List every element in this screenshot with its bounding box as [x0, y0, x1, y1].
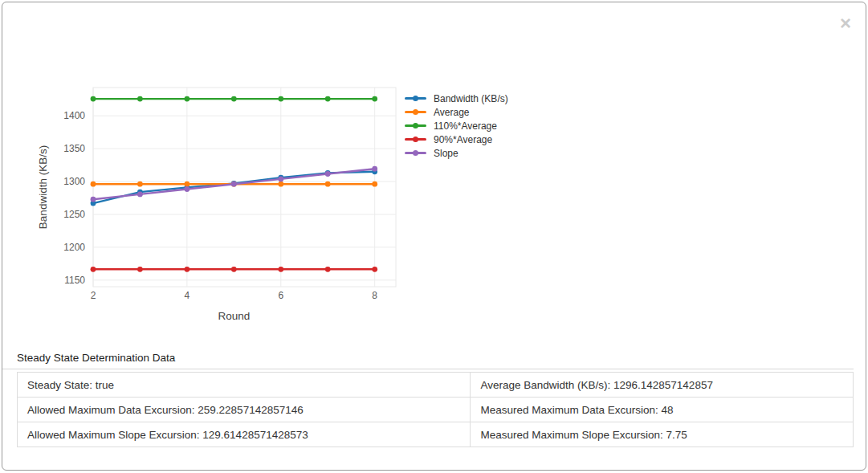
- svg-text:2: 2: [91, 290, 96, 301]
- legend-line-icon: [405, 138, 426, 141]
- legend-label: 90%*Average: [434, 134, 492, 145]
- svg-text:1400: 1400: [63, 110, 85, 121]
- bandwidth-round-plot[interactable]: 1150120012501300135014002468RoundBandwid…: [2, 2, 564, 348]
- svg-text:1350: 1350: [63, 143, 85, 154]
- table-row: Allowed Maximum Slope Excursion: 129.614…: [18, 422, 854, 447]
- svg-text:Round: Round: [218, 310, 250, 322]
- steady-state-dialog: × 1150120012501300135014002468RoundBandw…: [2, 2, 866, 471]
- legend-label: Average: [434, 107, 469, 118]
- svg-text:1150: 1150: [64, 275, 85, 286]
- svg-text:1250: 1250: [63, 209, 85, 220]
- svg-text:8: 8: [372, 290, 377, 301]
- steady-state-chart: 1150120012501300135014002468RoundBandwid…: [2, 2, 564, 348]
- legend-label: 110%*Average: [434, 120, 497, 132]
- section-title: Steady State Determination Data: [17, 352, 175, 364]
- steady-state-section: Steady State Determination Data Steady S…: [2, 350, 854, 447]
- table-cell-measured-data-excursion: Measured Maximum Data Excursion: 48: [471, 398, 854, 422]
- legend-item[interactable]: Average: [405, 105, 508, 119]
- table-cell-steady-state: Steady State: true: [18, 373, 471, 398]
- table-cell-allowed-data-excursion: Allowed Maximum Data Excursion: 259.2285…: [18, 398, 471, 422]
- legend-label: Slope: [434, 148, 458, 159]
- legend-item[interactable]: 90%*Average: [405, 133, 508, 146]
- legend-item[interactable]: Slope: [405, 146, 508, 160]
- legend-label: Bandwidth (KB/s): [434, 93, 508, 104]
- legend-line-icon: [405, 97, 426, 100]
- svg-text:1200: 1200: [63, 242, 85, 253]
- table-cell-average-bandwidth: Average Bandwidth (KB/s): 1296.142857142…: [471, 373, 854, 398]
- legend-line-icon: [405, 111, 426, 113]
- legend-dot-icon: [413, 123, 418, 128]
- legend-dot-icon: [413, 150, 418, 156]
- table-row: Allowed Maximum Data Excursion: 259.2285…: [18, 398, 854, 422]
- legend-dot-icon: [413, 96, 418, 101]
- close-icon[interactable]: ×: [840, 14, 851, 33]
- legend-item[interactable]: Bandwidth (KB/s): [405, 92, 508, 105]
- chart-legend: Bandwidth (KB/s)Average110%*Average90%*A…: [405, 92, 508, 160]
- table-cell-measured-slope-excursion: Measured Maximum Slope Excursion: 7.75: [471, 422, 854, 447]
- legend-item[interactable]: 110%*Average: [405, 119, 508, 133]
- legend-line-icon: [405, 124, 426, 127]
- table-row: Steady State: true Average Bandwidth (KB…: [18, 373, 854, 398]
- svg-text:4: 4: [185, 290, 190, 301]
- legend-line-icon: [405, 152, 426, 154]
- table-cell-allowed-slope-excursion: Allowed Maximum Slope Excursion: 129.614…: [18, 422, 471, 447]
- svg-text:6: 6: [278, 290, 283, 301]
- steady-state-table: Steady State: true Average Bandwidth (KB…: [17, 372, 854, 447]
- section-header: Steady State Determination Data: [2, 350, 854, 369]
- svg-text:1300: 1300: [63, 176, 85, 187]
- svg-text:Bandwidth (KB/s): Bandwidth (KB/s): [37, 145, 49, 229]
- legend-dot-icon: [413, 109, 418, 115]
- legend-dot-icon: [413, 137, 418, 142]
